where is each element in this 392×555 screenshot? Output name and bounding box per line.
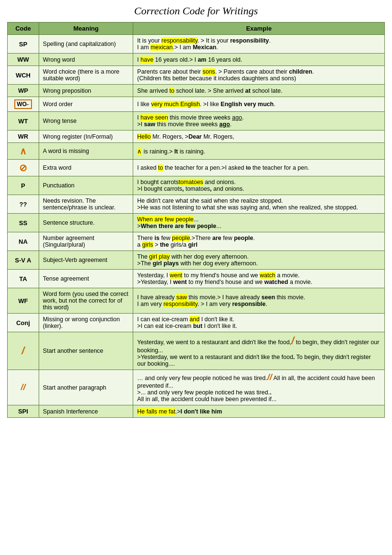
example-cell: Hello Mr. Rogers, >Dear Mr. Rogers,: [133, 131, 385, 143]
code-cell: //: [8, 370, 39, 405]
example-cell: I can eat ice-cream and I don't like it.…: [133, 314, 385, 332]
meaning-cell: Wrong tense: [39, 112, 133, 131]
code-cell: TA: [8, 270, 39, 288]
example-cell: I bought carrotstomatoes and onions.>I b…: [133, 176, 385, 195]
meaning-cell: Wrong preposition: [39, 85, 133, 97]
example-cell: I have already saw this movie.> I have a…: [133, 288, 385, 314]
meaning-cell: Word choice (there is a more suitable wo…: [39, 66, 133, 85]
page-title: Correction Code for Writings: [7, 5, 385, 17]
code-cell: ⊘: [8, 160, 39, 176]
example-cell: He falls me fat.>I don't like him: [133, 405, 385, 418]
meaning-cell: Sentence structure.: [39, 214, 133, 232]
example-cell: The girl play with her dog every afterno…: [133, 251, 385, 270]
col-header-meaning: Meaning: [39, 22, 133, 35]
meaning-cell: Extra word: [39, 160, 133, 176]
meaning-cell: Missing or wrong conjunction (linker).: [39, 314, 133, 332]
meaning-cell: Subject-Verb agreement: [39, 251, 133, 270]
example-cell: I have 16 years old.> I am 16 years old.: [133, 54, 385, 66]
meaning-cell: Number agreement (Singular/plural): [39, 232, 133, 251]
meaning-cell: Tense agreement: [39, 270, 133, 288]
meaning-cell: Spelling (and capitalization): [39, 35, 133, 54]
example-cell: ∧ is raining.> It is raining.: [133, 143, 385, 160]
wo-code: WO⌐: [14, 99, 32, 109]
example-cell: Parents care about their sons. > Parents…: [133, 66, 385, 85]
code-cell: SS: [8, 214, 39, 232]
meaning-cell: Start another paragraph: [39, 370, 133, 405]
slash-icon: /: [21, 345, 24, 357]
example-cell: I like very much English. >I like Englis…: [133, 97, 385, 112]
meaning-cell: Punctuation: [39, 176, 133, 195]
example-cell: Yesterday, I went to my friend's house a…: [133, 270, 385, 288]
code-cell: /: [8, 332, 39, 370]
double-slash-icon: //: [21, 382, 25, 392]
code-cell: WT: [8, 112, 39, 131]
example-cell: I have seen this movie three weeks ago.>…: [133, 112, 385, 131]
example-cell: It is your responsability. > It is your …: [133, 35, 385, 54]
meaning-cell: Word order: [39, 97, 133, 112]
meaning-cell: Wrong word: [39, 54, 133, 66]
code-cell: S-V A: [8, 251, 39, 270]
col-header-example: Example: [133, 22, 385, 35]
example-cell: Yesterday, we went to a restaurant and d…: [133, 332, 385, 370]
meaning-cell: A word is missing: [39, 143, 133, 160]
example-cell: He didn't care what she said when she re…: [133, 195, 385, 214]
meaning-cell: Start another sentence: [39, 332, 133, 370]
code-cell: ∧: [8, 143, 39, 160]
col-header-code: Code: [8, 22, 39, 35]
example-cell: There is few people.>There are few peopl…: [133, 232, 385, 251]
meaning-cell: Needs revision. The sentence/phrase is u…: [39, 195, 133, 214]
meaning-cell: Spanish Interference: [39, 405, 133, 418]
example-cell: … and only very few people noticed he wa…: [133, 370, 385, 405]
example-cell: She arrived to school late. > She arrive…: [133, 85, 385, 97]
code-cell: Conj: [8, 314, 39, 332]
code-cell: SP: [8, 35, 39, 54]
correction-table: Code Meaning Example SPSpelling (and cap…: [7, 22, 385, 418]
code-cell: WW: [8, 54, 39, 66]
code-cell: WF: [8, 288, 39, 314]
code-cell: WR: [8, 131, 39, 143]
code-cell: P: [8, 176, 39, 195]
symbol-icon: ∧: [20, 146, 27, 156]
meaning-cell: Word form (you used the correct work, bu…: [39, 288, 133, 314]
meaning-cell: Wrong register (In/Formal): [39, 131, 133, 143]
example-cell: I asked to the teacher for a pen.>I aske…: [133, 160, 385, 176]
code-cell: ??: [8, 195, 39, 214]
code-cell: SPI: [8, 405, 39, 418]
example-cell: When are few people...>When there are fe…: [133, 214, 385, 232]
code-cell: NA: [8, 232, 39, 251]
code-cell: WP: [8, 85, 39, 97]
code-cell: WO⌐: [8, 97, 39, 112]
code-cell: WCH: [8, 66, 39, 85]
symbol-icon: ⊘: [19, 163, 27, 173]
